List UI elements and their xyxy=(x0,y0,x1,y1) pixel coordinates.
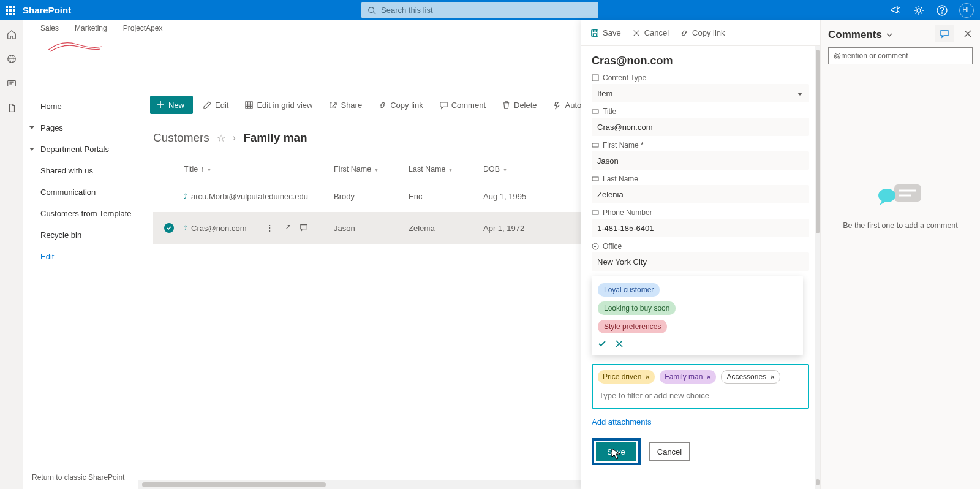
first-name-input[interactable]: Jason xyxy=(592,151,809,170)
app-name[interactable]: SharePoint xyxy=(23,5,71,15)
field-label: Phone Number xyxy=(603,208,652,217)
gear-icon[interactable] xyxy=(913,4,925,17)
help-icon[interactable] xyxy=(936,4,948,17)
delete-button[interactable]: Delete xyxy=(496,96,543,114)
add-attachments-link[interactable]: Add attachments xyxy=(592,417,652,426)
hub-link-marketing[interactable]: Marketing xyxy=(75,24,107,32)
col-dob[interactable]: DOB▾ xyxy=(483,165,557,173)
copy-link-button[interactable]: Copy link xyxy=(372,96,429,114)
col-title[interactable]: Title↑▾ xyxy=(184,165,334,173)
phone-input[interactable]: 1-481-185-6401 xyxy=(592,219,809,237)
panel-close-button[interactable] xyxy=(958,25,978,42)
row-last: Eric xyxy=(409,192,483,201)
share-icon xyxy=(328,100,337,110)
remove-tag-icon[interactable]: ✕ xyxy=(645,374,650,381)
field-label: Last Name xyxy=(603,175,638,183)
close-icon[interactable] xyxy=(615,339,624,351)
comments-toggle-button[interactable] xyxy=(935,25,954,42)
svg-rect-24 xyxy=(246,101,252,108)
col-first-name[interactable]: First Name▾ xyxy=(334,165,409,173)
share-button[interactable]: Share xyxy=(322,96,368,114)
chevron-down-icon[interactable]: ▾ xyxy=(208,166,211,173)
nav-pages[interactable]: Pages xyxy=(23,117,137,138)
item-icon: ⤴ xyxy=(184,192,187,200)
chevron-down-icon[interactable]: ▾ xyxy=(449,166,452,173)
choice-option[interactable]: Loyal customer xyxy=(598,283,660,297)
choice-tag-box[interactable]: Price driven✕ Family man✕ Accessories✕ xyxy=(592,364,809,409)
content-type-select[interactable]: Item xyxy=(592,84,809,102)
item-icon: ⤴ xyxy=(184,224,187,232)
choice-option[interactable]: Looking to buy soon xyxy=(598,301,676,315)
comment-button[interactable]: Comment xyxy=(433,96,492,114)
x-icon xyxy=(632,29,641,37)
cancel-button[interactable]: Cancel xyxy=(649,442,690,461)
breadcrumb-view[interactable]: Family man xyxy=(243,131,307,145)
confirm-icon[interactable] xyxy=(598,339,606,351)
row-dob: Apr 1, 1972 xyxy=(483,224,557,233)
row-title: Cras@non.com xyxy=(191,224,265,233)
text-icon xyxy=(592,209,599,216)
comment-input[interactable]: @mention or comment xyxy=(828,47,973,64)
svg-rect-37 xyxy=(592,177,598,181)
chevron-down-icon[interactable]: ▾ xyxy=(503,166,507,173)
home-icon[interactable] xyxy=(6,29,17,40)
search-input[interactable]: Search this list xyxy=(361,2,598,18)
nav-edit[interactable]: Edit xyxy=(23,246,137,267)
tag-filter-input[interactable] xyxy=(598,389,803,403)
title-icon xyxy=(592,108,599,115)
globe-icon[interactable] xyxy=(6,53,17,64)
search-placeholder: Search this list xyxy=(381,6,433,15)
edit-button[interactable]: Edit xyxy=(197,96,235,114)
svg-rect-19 xyxy=(8,81,16,86)
last-name-input[interactable]: Zelenia xyxy=(592,185,809,203)
nav-recycle-bin[interactable]: Recycle bin xyxy=(23,224,137,246)
chevron-down-icon[interactable]: ▾ xyxy=(375,166,378,173)
svg-rect-35 xyxy=(592,110,598,113)
nav-communication[interactable]: Communication xyxy=(23,181,137,203)
col-last-name[interactable]: Last Name▾ xyxy=(409,165,483,173)
grid-edit-button[interactable]: Edit in grid view xyxy=(238,96,318,114)
nav-shared[interactable]: Shared with us xyxy=(23,160,137,181)
panel-cancel-button[interactable]: Cancel xyxy=(632,28,669,37)
row-title: arcu.Morbi@vulputateduinec.edu xyxy=(191,192,308,201)
panel-copy-link-button[interactable]: Copy link xyxy=(680,28,725,37)
svg-rect-5 xyxy=(13,9,15,12)
remove-tag-icon[interactable]: ✕ xyxy=(770,374,775,381)
nav-customers-template[interactable]: Customers from Template xyxy=(23,203,137,224)
trash-icon xyxy=(502,100,511,110)
row-comment-icon[interactable] xyxy=(300,223,308,233)
site-nav: Home Pages Department Portals Shared wit… xyxy=(23,82,137,267)
megaphone-icon[interactable] xyxy=(889,4,902,17)
nav-department-portals[interactable]: Department Portals xyxy=(23,138,137,160)
save-highlight: Save xyxy=(592,438,641,465)
save-button[interactable]: Save xyxy=(596,442,636,461)
news-icon[interactable] xyxy=(6,78,17,89)
row-last: Zelenia xyxy=(409,224,483,233)
files-icon[interactable] xyxy=(6,102,17,113)
return-classic-link[interactable]: Return to classic SharePoint xyxy=(32,473,124,482)
svg-rect-4 xyxy=(9,9,12,12)
new-button[interactable]: New xyxy=(150,96,193,114)
nav-home[interactable]: Home xyxy=(23,96,137,117)
title-input[interactable]: Cras@non.com xyxy=(592,118,809,136)
favorite-star-icon[interactable]: ☆ xyxy=(217,132,225,144)
office-input[interactable]: New York City xyxy=(592,252,809,271)
text-icon xyxy=(592,175,599,183)
field-label: Content Type xyxy=(603,74,646,82)
panel-save-button[interactable]: Save xyxy=(590,28,621,37)
row-selected-icon[interactable] xyxy=(164,223,174,233)
user-avatar[interactable]: HL xyxy=(959,3,974,18)
row-menu-icon[interactable]: ⋮ xyxy=(266,223,274,233)
site-logo[interactable] xyxy=(40,35,108,59)
choice-option[interactable]: Style preferences xyxy=(598,320,667,333)
v-scrollbar[interactable] xyxy=(815,46,820,489)
hub-link-sales[interactable]: Sales xyxy=(40,24,59,32)
remove-tag-icon[interactable]: ✕ xyxy=(706,374,711,381)
svg-rect-31 xyxy=(593,33,596,36)
svg-line-10 xyxy=(374,12,376,14)
content-type-icon xyxy=(592,74,599,82)
breadcrumb-list[interactable]: Customers xyxy=(153,131,209,145)
hub-link-projectapex[interactable]: ProjectApex xyxy=(123,24,163,32)
app-launcher-button[interactable] xyxy=(0,0,20,20)
row-share-icon[interactable] xyxy=(282,223,291,233)
